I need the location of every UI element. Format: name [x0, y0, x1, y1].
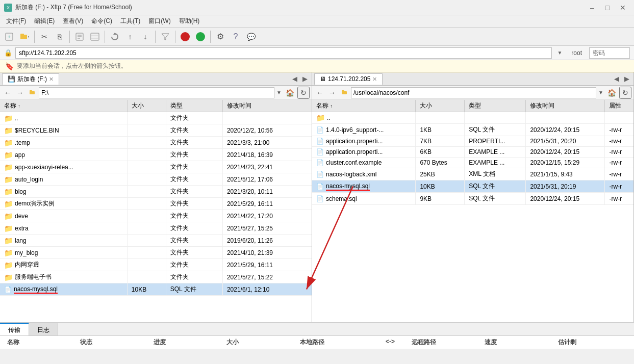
right-cell-name: 📄application.properti...	[312, 136, 416, 147]
left-cell-modified: 2021/5/27, 15:25	[222, 222, 312, 235]
right-col-modified[interactable]: 修改时间	[526, 100, 605, 112]
left-file-list-container[interactable]: 名称 ↑ 大小 类型 修改时间 📁.. 文件夹 📁$RECYCLE.BIN 文件…	[0, 100, 312, 322]
right-file-row[interactable]: 📄nacos-logback.xml 25KB XML 文档 2021/1/15…	[312, 168, 633, 180]
right-refresh[interactable]: ↻	[619, 87, 631, 99]
right-path-input[interactable]	[351, 87, 596, 98]
left-file-row[interactable]: 📄nacos-mysql.sql 10KB SQL 文件 2021/6/1, 1…	[0, 283, 312, 296]
refresh-button[interactable]	[108, 30, 122, 44]
right-forward[interactable]: →	[326, 88, 338, 98]
left-file-row[interactable]: 📁服务端电子书 文件夹 2021/5/27, 15:22	[0, 271, 312, 283]
right-nav-prev[interactable]: ◀	[612, 74, 621, 84]
left-panel-tab[interactable]: 💾 新加卷 (F:) ✕	[2, 73, 59, 85]
help-button[interactable]: ?	[229, 30, 243, 44]
right-col-name[interactable]: 名称 ↑	[312, 100, 416, 112]
right-up[interactable]	[339, 87, 350, 98]
left-file-row[interactable]: 📁blog 文件夹 2021/3/20, 10:11	[0, 186, 312, 198]
left-path-input[interactable]	[39, 87, 274, 98]
left-file-row[interactable]: 📁lang 文件夹 2019/6/20, 11:26	[0, 235, 312, 247]
minimize-button[interactable]: –	[585, 2, 599, 13]
right-file-row[interactable]: 📄nacos-mysql.sql 10KB SQL 文件 2021/5/31, …	[312, 180, 633, 193]
tab-transfer[interactable]: 传输	[0, 323, 29, 335]
tcol-size: 大小	[224, 337, 297, 348]
right-file-row[interactable]: 📄1.4.0-ipv6_support-... 1KB SQL 文件 2020/…	[312, 124, 633, 136]
right-home[interactable]: 🏠	[605, 88, 618, 98]
left-cell-size	[127, 271, 166, 283]
menu-help[interactable]: 帮助(H)	[175, 16, 204, 27]
tcol-local-path: 本地路径	[298, 337, 371, 348]
left-col-name[interactable]: 名称 ↑	[0, 100, 127, 112]
right-col-attr[interactable]: 属性	[605, 100, 633, 112]
menu-edit[interactable]: 编辑(E)	[30, 16, 59, 27]
right-file-row[interactable]: 📄cluster.conf.example 670 Bytes EXAMPLE …	[312, 158, 633, 168]
right-col-type[interactable]: 类型	[465, 100, 526, 112]
password-input[interactable]	[589, 47, 630, 59]
left-forward[interactable]: →	[14, 88, 26, 98]
left-file-row[interactable]: 📁app 文件夹 2021/4/18, 16:39	[0, 149, 312, 161]
left-file-row[interactable]: 📁内网穿透 文件夹 2021/5/29, 16:11	[0, 259, 312, 271]
right-file-row[interactable]: 📄application.properti... 7KB PROPERTI...…	[312, 136, 633, 147]
view-button[interactable]	[88, 30, 102, 44]
upload-button[interactable]: ↑	[123, 30, 137, 44]
tab-log[interactable]: 日志	[29, 323, 58, 335]
left-up[interactable]	[27, 87, 38, 98]
left-col-modified[interactable]: 修改时间	[222, 100, 312, 112]
left-path-dropdown[interactable]: ▼	[275, 90, 283, 95]
menu-command[interactable]: 命令(C)	[87, 16, 116, 27]
left-file-row[interactable]: 📁extra 文件夹 2021/5/27, 15:25	[0, 222, 312, 235]
download-button[interactable]: ↓	[138, 30, 153, 44]
left-file-row[interactable]: 📁.. 文件夹	[0, 112, 312, 124]
left-refresh[interactable]: ↻	[297, 87, 310, 99]
right-back[interactable]: ←	[314, 88, 325, 98]
left-back[interactable]: ←	[2, 88, 13, 98]
right-file-list-container[interactable]: 名称 ↑ 大小 类型 修改时间 属性 📁.. 📄1.4.0-ipv6_suppo…	[312, 100, 633, 322]
open-button[interactable]: ▼	[17, 30, 32, 44]
left-file-row[interactable]: 📁my_blog 文件夹 2021/4/10, 21:39	[0, 247, 312, 259]
left-file-row[interactable]: 📁deve 文件夹 2021/4/22, 17:20	[0, 210, 312, 222]
maximize-button[interactable]: □	[600, 2, 615, 13]
comment-button[interactable]: 💬	[244, 30, 258, 44]
properties-button[interactable]	[72, 30, 87, 44]
gear-button[interactable]: ⚙	[213, 30, 227, 44]
left-nav-next[interactable]: ▶	[300, 74, 310, 84]
copy-button[interactable]: ⎘	[53, 30, 67, 44]
left-file-row[interactable]: 📁app-xuexiaoyi-relea... 文件夹 2021/4/23, 2…	[0, 161, 312, 173]
right-path-dropdown[interactable]: ▼	[597, 90, 604, 95]
right-file-row[interactable]: 📄application.properti... 6KB EXAMPLE ...…	[312, 147, 633, 158]
close-button[interactable]: ✕	[616, 2, 630, 13]
new-session-button[interactable]: +	[2, 30, 16, 44]
green-indicator[interactable]	[193, 30, 208, 44]
menu-tools[interactable]: 工具(T)	[116, 16, 144, 27]
left-tab-close[interactable]: ✕	[49, 76, 54, 83]
menu-view[interactable]: 查看(V)	[59, 16, 87, 27]
left-nav-prev[interactable]: ◀	[290, 74, 299, 84]
right-nav-next[interactable]: ▶	[622, 74, 631, 84]
left-cell-name: 📁extra	[0, 222, 127, 235]
left-file-row[interactable]: 📁$RECYCLE.BIN 文件夹 2020/12/2, 10:56	[0, 124, 312, 137]
left-cell-modified	[222, 112, 312, 124]
right-file-row[interactable]: 📁..	[312, 112, 633, 124]
filter-button[interactable]	[158, 30, 172, 44]
left-file-row[interactable]: 📁auto_login 文件夹 2021/5/12, 17:06	[0, 173, 312, 186]
menu-file[interactable]: 文件(F)	[2, 16, 30, 27]
left-file-row[interactable]: 📁.temp 文件夹 2021/3/3, 21:00	[0, 137, 312, 149]
right-panel-tab[interactable]: 🖥 124.71.202.205 ✕	[314, 73, 383, 85]
url-input[interactable]	[15, 47, 552, 59]
tcol-remote-path: 远程路径	[410, 337, 483, 348]
left-cell-name: 📁app	[0, 149, 127, 161]
cut-button[interactable]: ✂	[37, 30, 52, 44]
tcol-status: 状态	[78, 337, 151, 348]
addr-dropdown-arrow[interactable]: ▼	[555, 50, 564, 56]
left-home[interactable]: 🏠	[284, 88, 296, 98]
left-file-row[interactable]: 📁demo演示实例 文件夹 2021/5/29, 16:11	[0, 198, 312, 210]
red-indicator[interactable]	[178, 30, 192, 44]
right-file-row[interactable]: 📄schema.sql 9KB SQL 文件 2020/12/24, 20:15…	[312, 193, 633, 205]
right-cell-attr: -rw-r	[605, 147, 633, 158]
menu-window[interactable]: 窗口(W)	[144, 16, 174, 27]
right-tab-close[interactable]: ✕	[372, 76, 377, 83]
right-col-size[interactable]: 大小	[416, 100, 465, 112]
right-tab-label: 124.71.202.205	[328, 75, 370, 83]
left-col-size[interactable]: 大小	[127, 100, 166, 112]
right-file-table: 名称 ↑ 大小 类型 修改时间 属性 📁.. 📄1.4.0-ipv6_suppo…	[312, 100, 633, 205]
right-cell-type: XML 文档	[465, 168, 526, 180]
left-col-type[interactable]: 类型	[166, 100, 222, 112]
